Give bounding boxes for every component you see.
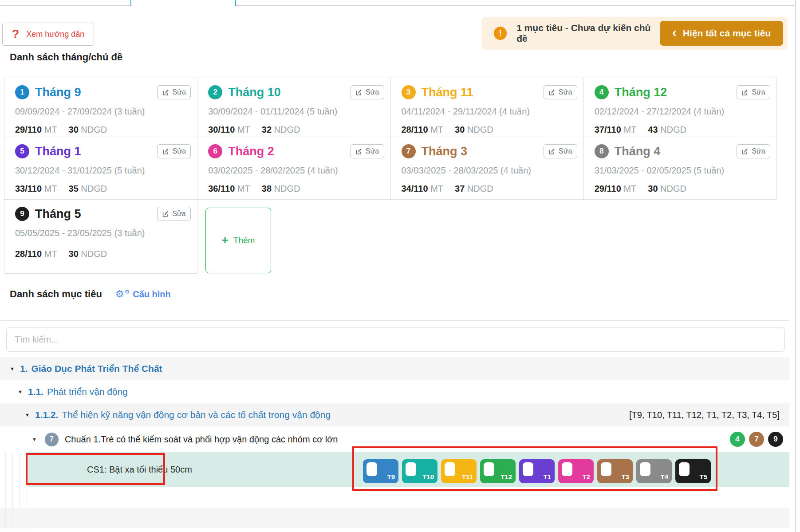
- edit-month-button[interactable]: Sửa: [351, 144, 384, 158]
- checkbox[interactable]: [484, 462, 494, 476]
- month-card: 4 Tháng 12 Sửa 02/12/2024 - 27/12/2024 (…: [584, 78, 777, 137]
- view-guide-button[interactable]: ? Xem hướng dẫn: [2, 23, 94, 46]
- month-stats: 34/110 MT37 NDGD: [402, 184, 577, 194]
- edit-pencil-icon: [355, 148, 363, 155]
- edit-month-button[interactable]: Sửa: [544, 144, 577, 158]
- month-number-badge: 4: [595, 85, 609, 99]
- empty-row: [0, 508, 789, 528]
- view-guide-label: Xem hướng dẫn: [26, 30, 84, 39]
- edit-month-button[interactable]: Sửa: [157, 144, 191, 158]
- add-month-button[interactable]: + Thêm: [205, 208, 271, 273]
- show-all-objectives-button[interactable]: ‹ Hiện tất cả mục tiêu: [660, 21, 783, 46]
- month-toggle-t4[interactable]: T4: [636, 459, 672, 483]
- edit-pencil-icon: [548, 148, 556, 155]
- month-toggle-t2[interactable]: T2: [558, 459, 594, 483]
- month-title: Tháng 1: [35, 145, 81, 158]
- edit-month-button[interactable]: Sửa: [157, 207, 191, 221]
- edit-month-label: Sửa: [173, 88, 186, 96]
- show-all-objectives-label: Hiện tất cả mục tiêu: [683, 28, 771, 39]
- month-number-badge: 9: [15, 207, 29, 221]
- month-toggle-t1[interactable]: T1: [519, 459, 555, 483]
- alert-text: 1 mục tiêu - Chưa dự kiến chủ đề: [516, 23, 660, 44]
- config-link[interactable]: ⚙ ⚙ Cấu hình: [115, 289, 171, 299]
- tab-bar-line: [0, 5, 131, 6]
- checkbox[interactable]: [523, 462, 533, 476]
- month-toggle-t3[interactable]: T3: [597, 459, 633, 483]
- month-title: Tháng 3: [422, 145, 468, 158]
- month-toggle-t5[interactable]: T5: [675, 459, 711, 483]
- month-number-badge: 7: [402, 144, 416, 158]
- indent-guide: [12, 452, 13, 528]
- chip-label: T9: [387, 473, 395, 481]
- collapse-triangle-icon[interactable]: ▼: [18, 389, 23, 394]
- month-card: 6 Tháng 2 Sửa 03/02/2025 - 28/02/2025 (4…: [197, 137, 390, 200]
- tree-row-category[interactable]: ▼ 1. Giáo Dục Phát Triển Thể Chất: [0, 357, 789, 380]
- edit-pencil-icon: [548, 89, 556, 96]
- month-stats: 29/110 MT30 NDGD: [595, 184, 770, 194]
- edit-pencil-icon: [741, 89, 749, 96]
- month-stats: 28/110 MT30 NDGD: [15, 249, 191, 259]
- indent-guide: [5, 452, 6, 528]
- indent-guide: [27, 452, 27, 528]
- month-card: 7 Tháng 3 Sửa 03/03/2025 - 28/03/2025 (4…: [391, 137, 584, 200]
- month-card: 2 Tháng 10 Sửa 30/09/2024 - 01/11/2024 (…: [197, 78, 390, 137]
- month-number-badge: 5: [15, 144, 29, 158]
- month-toggle-t10[interactable]: T10: [402, 459, 437, 483]
- edit-month-button[interactable]: Sửa: [157, 85, 191, 99]
- count-badge: 4: [730, 432, 745, 447]
- checkbox[interactable]: [601, 462, 611, 476]
- month-title: Tháng 11: [422, 86, 473, 99]
- active-tab-left-edge: [130, 0, 131, 6]
- tree-row-standard[interactable]: ▼ 7 Chuẩn 1.Trẻ có thể kiểm soát và phối…: [0, 426, 789, 452]
- month-toggle-t12[interactable]: T12: [480, 459, 516, 483]
- checkbox[interactable]: [406, 462, 416, 476]
- edit-month-button[interactable]: Sửa: [737, 85, 770, 99]
- count-badge: 9: [768, 432, 783, 447]
- tree-row-subcategory[interactable]: ▼ 1.1. Phát triển vận động: [0, 380, 789, 403]
- collapse-triangle-icon[interactable]: ▼: [32, 437, 37, 442]
- month-card: 5 Tháng 1 Sửa 30/12/2024 - 31/01/2025 (5…: [4, 137, 197, 200]
- checkbox[interactable]: [445, 462, 455, 476]
- month-dates: 02/12/2024 - 27/12/2024 (4 tuần): [595, 106, 770, 117]
- edit-month-button[interactable]: Sửa: [351, 85, 384, 99]
- empty-row: [0, 528, 789, 532]
- tree-row-index[interactable]: ▼ 1.1.2. Thể hiện kỹ năng vận động cơ bả…: [0, 403, 789, 426]
- month-stats: 33/110 MT35 NDGD: [15, 184, 191, 194]
- search-input[interactable]: [6, 327, 785, 352]
- months-section-title: Danh sách tháng/chủ đề: [10, 51, 122, 63]
- checkbox[interactable]: [562, 462, 572, 476]
- month-stats: 28/110 MT30 NDGD: [402, 125, 577, 135]
- active-tab-right-edge: [235, 0, 236, 6]
- tree-node-number: 1.: [20, 363, 28, 374]
- month-stats: 36/110 MT38 NDGD: [208, 184, 384, 194]
- edit-month-button[interactable]: Sửa: [737, 144, 770, 158]
- month-number-badge: 6: [208, 144, 222, 158]
- standard-label: Chuẩn 1.Trẻ có thể kiểm soát và phối hợp…: [65, 434, 338, 445]
- month-dates: 03/03/2025 - 28/03/2025 (4 tuần): [402, 166, 577, 176]
- month-dates: 30/12/2024 - 31/01/2025 (5 tuần): [15, 166, 191, 176]
- edit-pencil-icon: [162, 89, 169, 96]
- standard-count-badge: 7: [45, 433, 59, 446]
- edit-month-button[interactable]: Sửa: [544, 85, 577, 99]
- question-icon: ?: [12, 28, 20, 41]
- month-toggle-t9[interactable]: T9: [363, 459, 398, 483]
- month-toggle-t11[interactable]: T11: [441, 459, 477, 483]
- indent-guide: [20, 452, 20, 528]
- checkbox[interactable]: [679, 462, 690, 476]
- checkbox[interactable]: [367, 462, 377, 476]
- tree-node-label: Phát triển vận động: [47, 386, 128, 397]
- month-cards-row-2: 5 Tháng 1 Sửa 30/12/2024 - 31/01/2025 (5…: [4, 137, 777, 200]
- month-title: Tháng 12: [615, 86, 667, 99]
- month-dates: 09/09/2024 - 27/09/2024 (3 tuần): [15, 106, 191, 117]
- checkbox[interactable]: [640, 462, 650, 476]
- month-stats: 30/110 MT32 NDGD: [208, 125, 384, 135]
- month-cards-row-1: 1 Tháng 9 Sửa 09/09/2024 - 27/09/2024 (3…: [4, 78, 777, 137]
- month-count-badges: 4 7 9: [730, 432, 783, 447]
- count-badge: 7: [749, 432, 764, 447]
- month-dates: 04/11/2024 - 29/11/2024 (4 tuần): [402, 106, 577, 117]
- month-dates: 03/02/2025 - 28/02/2025 (4 tuần): [208, 166, 384, 176]
- edit-month-label: Sửa: [752, 88, 765, 96]
- collapse-triangle-icon[interactable]: ▼: [10, 366, 15, 371]
- collapse-triangle-icon[interactable]: ▼: [25, 412, 30, 418]
- edit-month-label: Sửa: [172, 210, 185, 218]
